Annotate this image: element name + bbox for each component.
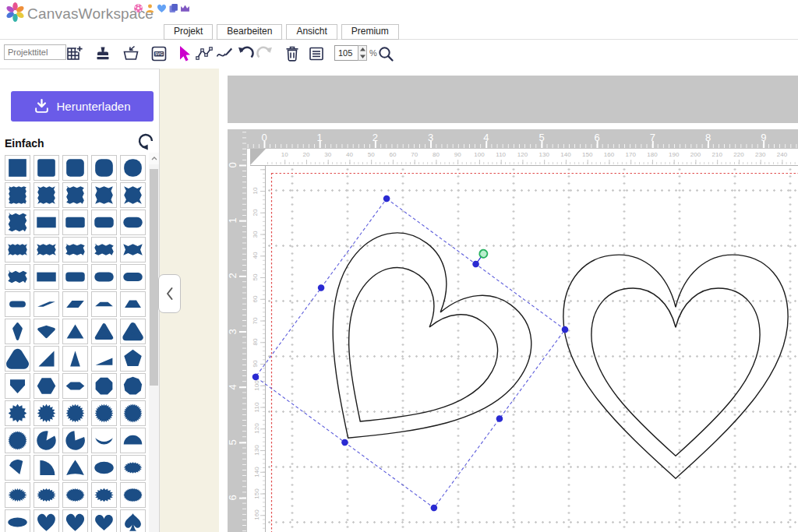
new-project-icon[interactable] — [65, 44, 84, 63]
undo-icon[interactable] — [236, 44, 255, 63]
shape-item-burst-oval-2[interactable] — [34, 482, 59, 508]
select-arrow-icon[interactable] — [175, 44, 193, 63]
shape-item-nonagon[interactable] — [120, 373, 146, 399]
canvas-area[interactable]: 0123456789 0123456 102030405060708090100… — [219, 69, 798, 532]
shape-item-triangle[interactable] — [62, 319, 88, 344]
shape-item-triangle-round-lg[interactable] — [5, 346, 30, 372]
selected-heart-shape[interactable] — [251, 183, 577, 513]
flower-icon[interactable] — [133, 3, 143, 13]
scrollbar-up-arrow[interactable] — [149, 153, 159, 164]
shape-item-rect-round-md[interactable] — [91, 210, 117, 235]
shape-item-ellipse[interactable] — [91, 455, 117, 481]
shape-item-stadium[interactable] — [120, 264, 146, 290]
shape-item-square-round-xl[interactable] — [120, 155, 146, 181]
shape-item-square[interactable] — [5, 155, 30, 181]
collapse-panel-button[interactable] — [158, 274, 181, 313]
shape-item-square-zigzag-4[interactable] — [91, 182, 117, 208]
shape-item-heart-round[interactable] — [91, 509, 117, 532]
zoom-search-icon[interactable] — [376, 44, 395, 63]
mat-icon[interactable] — [122, 44, 140, 63]
shape-item-octagon[interactable] — [91, 373, 117, 399]
delete-icon[interactable] — [283, 44, 302, 63]
shape-item-rect-stadium[interactable] — [120, 210, 146, 235]
shape-item-burst-28[interactable] — [120, 400, 146, 426]
shape-item-parallelogram[interactable] — [62, 291, 88, 317]
projects-icon[interactable] — [168, 3, 178, 13]
shape-item-hexagon[interactable] — [34, 373, 59, 399]
shape-item-rect-zigzag-1[interactable] — [5, 237, 30, 262]
scrollbar-thumb[interactable] — [150, 169, 158, 386]
tab-bearbeiten[interactable]: Bearbeiten — [217, 24, 282, 40]
download-button[interactable]: Herunterladen — [11, 91, 154, 122]
shape-item-rect-zigzag-4[interactable] — [91, 237, 117, 262]
shape-item-burst-oval-5[interactable] — [120, 482, 146, 508]
back-arrow-icon[interactable] — [136, 132, 154, 151]
shape-item-square-zigzag-3[interactable] — [62, 182, 88, 208]
shape-item-rect-wide[interactable] — [34, 264, 59, 290]
shape-item-burst-oval-3[interactable] — [62, 482, 88, 508]
shape-item-square-zigzag-2[interactable] — [34, 182, 59, 208]
shape-item-ellipse-flat[interactable] — [5, 509, 30, 532]
zoom-stepper[interactable] — [358, 45, 367, 61]
shape-item-stadium-slim[interactable] — [5, 291, 30, 317]
node-edit-icon[interactable] — [195, 44, 214, 63]
shape-item-fan[interactable] — [5, 455, 30, 481]
shape-item-rect-wide-round[interactable] — [62, 264, 88, 290]
shape-item-burst-12[interactable] — [5, 400, 30, 426]
shape-item-rect-round-sm[interactable] — [62, 210, 88, 235]
shape-item-square-round-lg[interactable] — [91, 155, 117, 181]
shape-item-triangle-round[interactable] — [120, 319, 146, 344]
tab-premium[interactable]: Premium — [341, 24, 399, 40]
shape-item-square-round-sm[interactable] — [34, 155, 59, 181]
shape-item-square-zigzag-6[interactable] — [5, 210, 30, 235]
zoom-value-input[interactable]: 105 — [334, 45, 361, 61]
shape-item-parallelogram-slim[interactable] — [34, 291, 59, 317]
shape-item-heart-classic[interactable] — [62, 509, 88, 532]
shape-item-heart[interactable] — [34, 509, 59, 532]
properties-icon[interactable] — [307, 44, 326, 63]
shape-item-square-zigzag-1[interactable] — [5, 182, 30, 208]
tab-projekt[interactable]: Projekt — [164, 24, 213, 40]
shape-panel-scrollbar[interactable] — [149, 153, 159, 532]
rotation-handle[interactable] — [478, 248, 489, 259]
shape-item-circle-notch[interactable] — [34, 428, 59, 453]
shape-item-trapezoid[interactable] — [120, 291, 146, 317]
shape-item-pentagon-down[interactable] — [5, 373, 30, 399]
shape-item-trapezoid-low[interactable] — [91, 291, 117, 317]
shape-item-rect-zigzag-3[interactable] — [62, 237, 88, 262]
shape-item-square-round-md[interactable] — [62, 155, 88, 181]
shape-item-right-triangle[interactable] — [34, 346, 59, 372]
favorite-heart-icon[interactable] — [157, 3, 167, 13]
shape-item-triangle-round-sm[interactable] — [91, 319, 117, 344]
svg-import-icon[interactable]: SVG — [150, 44, 168, 63]
shape-item-scallop-circle[interactable] — [5, 428, 30, 453]
shape-item-burst-oval-sm[interactable] — [120, 455, 146, 481]
shape-item-pentagon[interactable] — [120, 346, 146, 372]
shape-item-kite[interactable] — [5, 319, 30, 344]
shape-item-burst-20[interactable] — [62, 400, 88, 426]
shape-item-rect-zigzag-6[interactable] — [5, 264, 30, 290]
shape-item-triangle-tall[interactable] — [62, 346, 88, 372]
shape-item-burst-oval-1[interactable] — [5, 482, 30, 508]
shape-item-burst-24[interactable] — [91, 400, 117, 426]
shape-item-right-triangle-low[interactable] — [91, 346, 117, 372]
premium-crown-icon[interactable] — [180, 3, 190, 13]
shape-item-spade[interactable] — [120, 509, 146, 532]
shape-item-curved-triangle[interactable] — [62, 455, 88, 481]
selection-handles[interactable] — [251, 194, 570, 513]
draw-path-icon[interactable] — [215, 44, 234, 63]
shape-item-square-zigzag-5[interactable] — [120, 182, 146, 208]
redo-icon[interactable] — [256, 44, 274, 63]
project-title-input[interactable] — [4, 44, 66, 60]
shape-item-semicircle[interactable] — [120, 428, 146, 453]
shape-item-rect-zigzag-5[interactable] — [120, 237, 146, 262]
shape-item-quarter-circle[interactable] — [34, 455, 59, 481]
shape-item-rect-zigzag-2[interactable] — [34, 237, 59, 262]
shape-item-burst-16[interactable] — [34, 400, 59, 426]
shape-item-kite-wide[interactable] — [34, 319, 59, 344]
shape-item-rect[interactable] — [34, 210, 59, 235]
shape-item-hexagon-wide[interactable] — [62, 373, 88, 399]
heart-shape[interactable] — [563, 255, 788, 478]
shape-item-burst-oval-4[interactable] — [91, 482, 117, 508]
tab-ansicht[interactable]: Ansicht — [286, 24, 337, 40]
